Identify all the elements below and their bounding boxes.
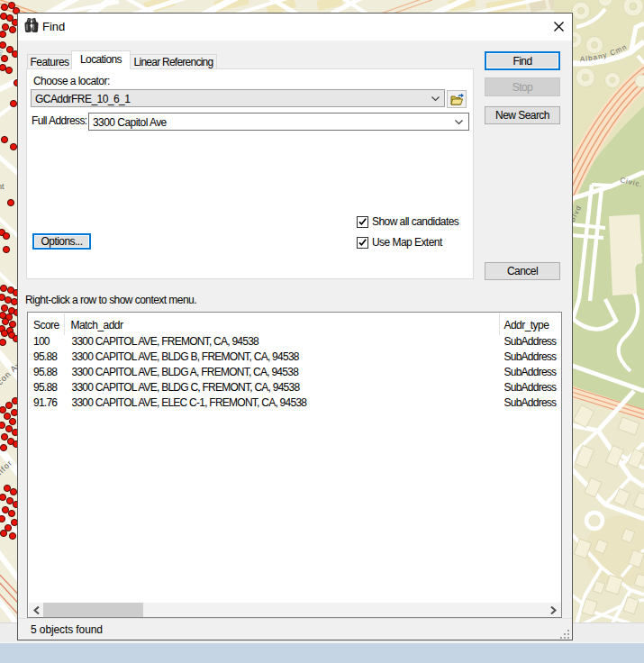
svg-text:nt: nt <box>0 182 5 191</box>
